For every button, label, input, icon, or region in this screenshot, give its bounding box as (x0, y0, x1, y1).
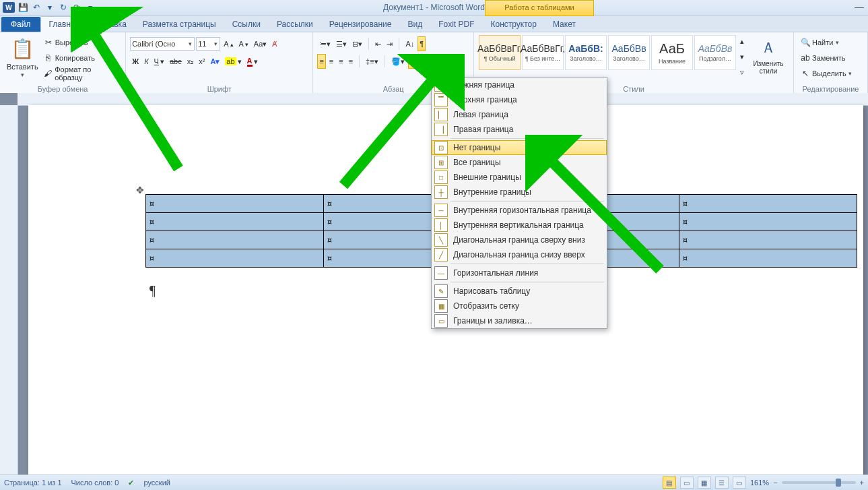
paste-dropdown[interactable]: ▾ (20, 71, 25, 78)
grow-font-button[interactable]: A▴ (222, 36, 235, 51)
styles-scroll-up[interactable]: ▴ (738, 34, 746, 49)
style-heading1[interactable]: АаБбВ:Заголово… (565, 35, 607, 70)
refresh-icon[interactable]: ⟳ (71, 2, 82, 13)
shrink-font-button[interactable]: A▾ (237, 36, 251, 51)
status-page[interactable]: Страница: 1 из 1 (4, 479, 62, 487)
copy-button[interactable]: ⎘Копировать (41, 51, 122, 65)
menu-inner-horizontal[interactable]: ─Внутренняя горизонтальная граница (432, 203, 607, 218)
change-styles-icon[interactable]: Ａ (763, 36, 774, 59)
find-button[interactable]: 🔍Найти▾ (798, 35, 842, 50)
paste-icon[interactable]: 📋 (17, 35, 28, 62)
shading-button[interactable]: 🪣▾ (389, 54, 407, 69)
font-color-button[interactable]: A▾ (245, 54, 260, 69)
menu-borders-dialog[interactable]: ▭Границы и заливка… (432, 313, 607, 328)
increase-indent-button[interactable]: ⇥ (385, 36, 395, 51)
tab-view[interactable]: Вид (399, 17, 430, 32)
zoom-level[interactable]: 161% (750, 479, 769, 487)
table-anchor-icon[interactable]: ✥ (136, 185, 144, 195)
menu-all-borders[interactable]: ⊞Все границы (432, 155, 607, 170)
font-size-combo[interactable]: 11▾ (196, 37, 220, 51)
show-marks-button[interactable]: ¶ (418, 36, 426, 51)
italic-button[interactable]: К (142, 54, 150, 69)
style-heading2[interactable]: АаБбВвЗаголово… (608, 35, 650, 70)
view-draft[interactable]: ▭ (733, 477, 746, 489)
tab-review[interactable]: Рецензирование (321, 17, 400, 32)
tab-foxit[interactable]: Foxit PDF (430, 17, 482, 32)
tab-home[interactable]: Главная (40, 16, 89, 32)
undo-dropdown[interactable]: ▾ (44, 2, 55, 13)
menu-diag-up[interactable]: ╱Диагональная граница снизу вверх (432, 247, 607, 262)
tab-table-layout[interactable]: Макет (545, 17, 584, 32)
status-words[interactable]: Число слов: 0 (71, 479, 119, 487)
minimize-button[interactable]: — (855, 1, 864, 12)
save-icon[interactable]: 💾 (18, 2, 28, 13)
tab-page-layout[interactable]: Разметка страницы (135, 17, 224, 32)
line-spacing-button[interactable]: ‡≡▾ (364, 54, 380, 69)
zoom-out[interactable]: − (773, 479, 777, 487)
menu-inner-borders[interactable]: ┼Внутренние границы (432, 185, 607, 200)
select-button[interactable]: ↖Выделить▾ (798, 66, 855, 81)
menu-inner-vertical[interactable]: │Внутренняя вертикальная граница (432, 218, 607, 233)
table-cell[interactable]: ¤ (679, 231, 857, 249)
view-full-reading[interactable]: ▭ (680, 477, 694, 489)
change-styles-label[interactable]: Изменить стили (752, 60, 785, 75)
menu-no-border[interactable]: ⊡Нет границы (432, 140, 607, 155)
underline-button[interactable]: Ч▾ (152, 54, 166, 69)
status-proofing-icon[interactable]: ✔ (128, 479, 134, 487)
bold-button[interactable]: Ж (130, 54, 141, 69)
table-tools-tab[interactable]: Работа с таблицами (485, 0, 594, 16)
vertical-ruler[interactable] (0, 105, 18, 475)
tab-mailings[interactable]: Рассылки (269, 17, 321, 32)
align-right-button[interactable]: ≡ (337, 54, 345, 69)
menu-draw-table[interactable]: ✎Нарисовать таблицу (432, 284, 607, 299)
menu-view-gridlines[interactable]: ▦Отобразить сетку (432, 299, 607, 313)
style-subtitle[interactable]: АаБбВвПодзагол… (694, 35, 736, 70)
highlight-button[interactable]: ab▾ (223, 54, 243, 69)
format-painter-button[interactable]: 🖌Формат по образцу (41, 66, 122, 81)
tab-table-design[interactable]: Конструктор (483, 17, 545, 32)
decrease-indent-button[interactable]: ⇤ (373, 36, 383, 51)
menu-outer-borders[interactable]: □Внешние границы (432, 170, 607, 185)
style-normal[interactable]: АаБбВвГг,¶ Обычный (479, 35, 521, 70)
table-cell[interactable]: ¤ (679, 249, 857, 268)
zoom-slider[interactable] (782, 481, 856, 484)
clear-format-button[interactable]: Ⱥ (270, 36, 279, 51)
subscript-button[interactable]: x₂ (185, 54, 196, 69)
view-web[interactable]: ▦ (698, 477, 711, 489)
undo-icon[interactable]: ↶ (31, 2, 42, 13)
table-cell[interactable]: ¤ (146, 231, 324, 249)
text-effects-button[interactable]: A▾ (208, 54, 222, 69)
menu-horizontal-line[interactable]: —Горизонтальная линия (432, 266, 607, 280)
font-name-combo[interactable]: Calibri (Осно▾ (130, 37, 195, 51)
bullets-button[interactable]: ≔▾ (317, 36, 333, 51)
multilevel-button[interactable]: ⊟▾ (350, 36, 364, 51)
qat-customize[interactable]: ▾ (85, 2, 96, 13)
table-cell[interactable]: ¤ (146, 249, 324, 268)
menu-left-border[interactable]: ▏Левая граница (432, 107, 607, 122)
menu-top-border[interactable]: ▔Верхняя граница (432, 92, 607, 107)
status-language[interactable]: русский (143, 479, 170, 487)
tab-file[interactable]: Файл (1, 17, 40, 32)
styles-scroll-down[interactable]: ▾ (738, 49, 746, 64)
paste-label[interactable]: Вставить (7, 63, 38, 71)
borders-button[interactable]: ⊞▾ (408, 54, 422, 69)
strike-button[interactable]: abc (168, 54, 184, 69)
justify-button[interactable]: ≡ (347, 54, 355, 69)
table-cell[interactable]: ¤ (146, 195, 324, 213)
tab-insert[interactable]: Вставка (88, 17, 135, 32)
menu-diag-down[interactable]: ╲Диагональная граница сверху вниз (432, 233, 607, 247)
replace-button[interactable]: abЗаменить (798, 51, 847, 65)
zoom-thumb[interactable] (836, 479, 841, 487)
style-no-spacing[interactable]: АаБбВвГг,¶ Без инте… (522, 35, 564, 70)
view-print-layout[interactable]: ▤ (663, 477, 676, 489)
redo-icon[interactable]: ↻ (58, 2, 69, 13)
tab-references[interactable]: Ссылки (224, 17, 269, 32)
table-cell[interactable]: ¤ (679, 195, 857, 213)
change-case-button[interactable]: Aa▾ (252, 36, 269, 51)
table-cell[interactable]: ¤ (679, 213, 857, 231)
styles-expand[interactable]: ▿ (738, 65, 746, 80)
numbering-button[interactable]: ☰▾ (334, 36, 349, 51)
superscript-button[interactable]: x² (197, 54, 207, 69)
align-left-button[interactable]: ≡ (317, 54, 325, 69)
style-title[interactable]: АаБНазвание (651, 35, 693, 70)
